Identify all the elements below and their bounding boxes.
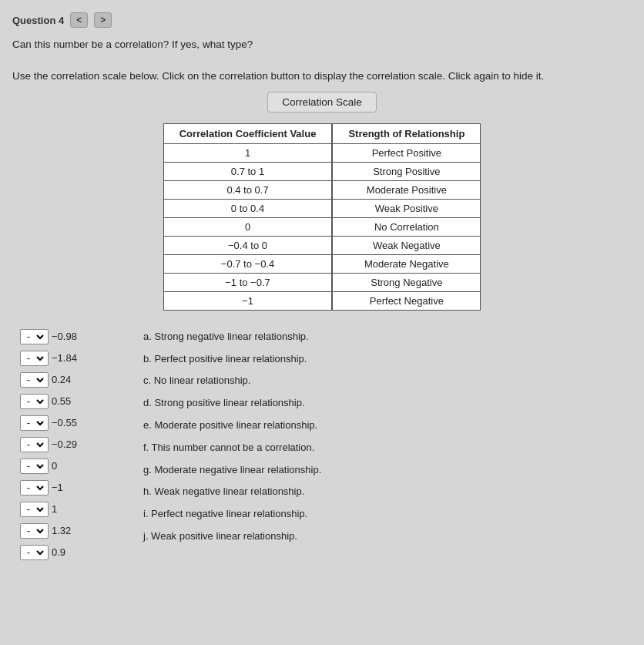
value-label-2: 0.24 <box>52 374 82 385</box>
value-row-2: -abcdefghij0.24 <box>20 372 120 388</box>
answer-options-column: a. Strong negative linear relationship.b… <box>143 329 321 560</box>
value-row-9: -abcdefghij1.32 <box>20 523 120 539</box>
value-row-3: -abcdefghij0.55 <box>20 394 120 409</box>
value-label-4: −0.55 <box>52 417 82 428</box>
dropdown-wrap-5[interactable]: -abcdefghij <box>20 437 49 452</box>
question-label: Question 4 <box>12 15 64 26</box>
dropdown-wrap-4[interactable]: -abcdefghij <box>20 415 49 431</box>
table-cell-8-0: −1 <box>163 291 332 310</box>
value-label-9: 1.32 <box>52 525 82 536</box>
dropdown-3[interactable]: -abcdefghij <box>22 395 46 408</box>
table-cell-4-0: 0 <box>163 217 332 236</box>
dropdown-wrap-10[interactable]: -abcdefghij <box>20 545 49 560</box>
table-cell-4-1: No Correlation <box>332 217 480 236</box>
dropdown-6[interactable]: -abcdefghij <box>22 460 46 472</box>
table-cell-1-1: Strong Positive <box>332 162 480 180</box>
dropdown-2[interactable]: -abcdefghij <box>22 374 46 386</box>
correlation-button-wrapper: Correlation Scale <box>12 92 632 113</box>
table-cell-2-0: 0.4 to 0.7 <box>163 180 332 199</box>
value-label-6: 0 <box>52 460 82 472</box>
dropdown-wrap-0[interactable]: -abcdefghij <box>20 329 49 344</box>
value-row-10: -abcdefghij0.9 <box>20 545 120 560</box>
dropdown-4[interactable]: -abcdefghij <box>22 417 46 429</box>
value-label-5: −0.29 <box>52 438 82 450</box>
value-dropdowns-column: -abcdefghij−0.98-abcdefghij−1.84-abcdefg… <box>20 329 120 560</box>
table-cell-0-1: Perfect Positive <box>332 143 480 162</box>
dropdown-wrap-1[interactable]: -abcdefghij <box>20 351 49 366</box>
table-cell-8-1: Perfect Negative <box>332 291 480 310</box>
instructions-line1: Can this number be a correlation? If yes… <box>12 37 632 52</box>
value-row-8: -abcdefghij1 <box>20 502 120 517</box>
answer-item-3: d. Strong positive linear relationship. <box>143 395 321 412</box>
dropdown-7[interactable]: -abcdefghij <box>22 482 46 494</box>
table-cell-1-0: 0.7 to 1 <box>163 162 332 180</box>
dropdown-wrap-6[interactable]: -abcdefghij <box>20 459 49 474</box>
value-row-1: -abcdefghij−1.84 <box>20 351 120 366</box>
correlation-table-wrapper: Correlation Coefficient Value Strength o… <box>12 123 632 311</box>
dropdown-8[interactable]: -abcdefghij <box>22 503 46 516</box>
dropdown-wrap-9[interactable]: -abcdefghij <box>20 523 49 539</box>
answer-item-5: f. This number cannot be a correlation. <box>143 440 321 456</box>
answer-item-1: b. Perfect positive linear relationship. <box>143 351 321 368</box>
dropdown-1[interactable]: -abcdefghij <box>22 352 46 364</box>
value-label-0: −0.98 <box>52 331 82 342</box>
dropdown-10[interactable]: -abcdefghij <box>22 546 46 559</box>
value-label-8: 1 <box>52 503 82 515</box>
value-label-3: 0.55 <box>52 395 82 407</box>
instructions-line2: Use the correlation scale below. Click o… <box>12 69 632 84</box>
value-label-10: 0.9 <box>52 546 82 558</box>
table-cell-7-0: −1 to −0.7 <box>163 273 332 291</box>
value-row-5: -abcdefghij−0.29 <box>20 437 120 452</box>
dropdown-9[interactable]: -abcdefghij <box>22 525 46 537</box>
correlation-scale-button[interactable]: Correlation Scale <box>267 92 377 113</box>
table-cell-3-0: 0 to 0.4 <box>163 199 332 217</box>
table-cell-5-1: Weak Negative <box>332 236 480 254</box>
answer-item-4: e. Moderate positive linear relationship… <box>143 418 321 434</box>
dropdown-wrap-3[interactable]: -abcdefghij <box>20 394 49 409</box>
dropdown-5[interactable]: -abcdefghij <box>22 438 46 451</box>
value-row-4: -abcdefghij−0.55 <box>20 415 120 431</box>
nav-forward-button[interactable]: > <box>94 12 112 28</box>
table-header-strength: Strength of Relationship <box>332 123 480 143</box>
answer-item-9: j. Weak positive linear relationship. <box>143 529 321 545</box>
value-row-0: -abcdefghij−0.98 <box>20 329 120 344</box>
value-row-6: -abcdefghij0 <box>20 459 120 474</box>
answer-item-8: i. Perfect negative linear relationship. <box>143 506 321 522</box>
question-header: Question 4 < > <box>12 12 632 28</box>
table-cell-6-1: Moderate Negative <box>332 254 480 273</box>
nav-back-button[interactable]: < <box>70 12 88 28</box>
dropdown-wrap-2[interactable]: -abcdefghij <box>20 372 49 388</box>
value-row-7: -abcdefghij−1 <box>20 480 120 496</box>
dropdown-0[interactable]: -abcdefghij <box>22 331 46 343</box>
value-label-7: −1 <box>52 482 82 493</box>
answer-item-0: a. Strong negative linear relationship. <box>143 329 321 345</box>
table-cell-2-1: Moderate Positive <box>332 180 480 199</box>
answer-item-6: g. Moderate negative linear relationship… <box>143 462 321 479</box>
table-header-coefficient: Correlation Coefficient Value <box>163 123 332 143</box>
dropdown-wrap-8[interactable]: -abcdefghij <box>20 502 49 517</box>
correlation-table: Correlation Coefficient Value Strength o… <box>163 123 481 311</box>
table-cell-0-0: 1 <box>163 143 332 162</box>
instructions: Can this number be a correlation? If yes… <box>12 37 632 84</box>
table-cell-6-0: −0.7 to −0.4 <box>163 254 332 273</box>
table-cell-7-1: Strong Negative <box>332 273 480 291</box>
answer-item-2: c. No linear relationship. <box>143 373 321 389</box>
table-cell-5-0: −0.4 to 0 <box>163 236 332 254</box>
questions-area: -abcdefghij−0.98-abcdefghij−1.84-abcdefg… <box>12 329 632 560</box>
value-label-1: −1.84 <box>52 352 82 364</box>
dropdown-wrap-7[interactable]: -abcdefghij <box>20 480 49 496</box>
answer-item-7: h. Weak negative linear relationship. <box>143 484 321 500</box>
table-cell-3-1: Weak Positive <box>332 199 480 217</box>
